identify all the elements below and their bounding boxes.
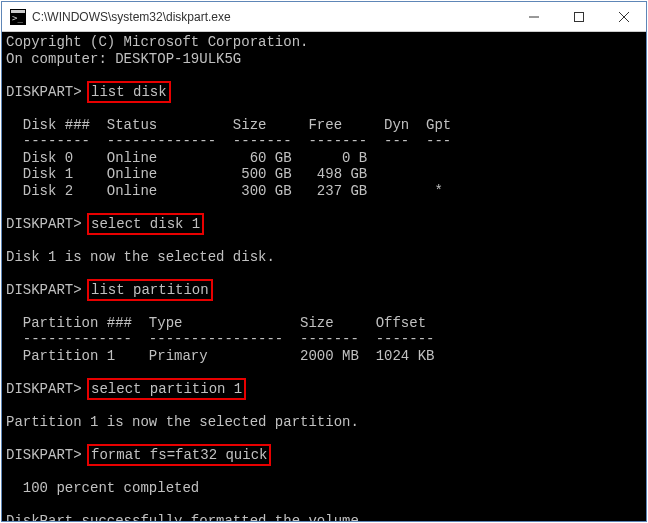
cmd-list-partition: list partition: [90, 282, 210, 299]
maximize-icon: [574, 12, 584, 22]
prompt: DISKPART>: [6, 216, 82, 232]
svg-rect-4: [574, 12, 583, 21]
svg-text:>_: >_: [12, 13, 23, 23]
terminal-output[interactable]: Copyright (C) Microsoft Corporation.On c…: [2, 32, 646, 521]
minimize-button[interactable]: [511, 2, 556, 31]
disk-table-header: Disk ### Status Size Free Dyn Gpt: [6, 117, 642, 134]
close-icon: [619, 12, 629, 22]
copyright-line: Copyright (C) Microsoft Corporation.: [6, 34, 642, 51]
prompt: DISKPART>: [6, 282, 82, 298]
close-button[interactable]: [601, 2, 646, 31]
prompt: DISKPART>: [6, 84, 82, 100]
disk-table-divider: -------- ------------- ------- ------- -…: [6, 133, 642, 150]
cmd-format: format fs=fat32 quick: [90, 447, 268, 464]
disk-row: Disk 0 Online 60 GB 0 B: [6, 150, 642, 167]
disk-row: Disk 2 Online 300 GB 237 GB *: [6, 183, 642, 200]
window-title: C:\WINDOWS\system32\diskpart.exe: [32, 10, 511, 24]
msg-partition-selected: Partition 1 is now the selected partitio…: [6, 414, 642, 431]
maximize-button[interactable]: [556, 2, 601, 31]
computer-line: On computer: DESKTOP-19ULK5G: [6, 51, 642, 68]
window-controls: [511, 2, 646, 31]
partition-table-divider: ------------- ---------------- ------- -…: [6, 331, 642, 348]
app-icon: >_: [10, 9, 26, 25]
minimize-icon: [529, 12, 539, 22]
disk-row: Disk 1 Online 500 GB 498 GB: [6, 166, 642, 183]
console-window: >_ C:\WINDOWS\system32\diskpart.exe Copy…: [1, 1, 647, 522]
progress-line: 100 percent completed: [6, 480, 642, 497]
cmd-list-disk: list disk: [90, 84, 168, 101]
partition-table-header: Partition ### Type Size Offset: [6, 315, 642, 332]
msg-disk-selected: Disk 1 is now the selected disk.: [6, 249, 642, 266]
prompt: DISKPART>: [6, 447, 82, 463]
prompt: DISKPART>: [6, 381, 82, 397]
cmd-select-disk: select disk 1: [90, 216, 201, 233]
msg-formatted: DiskPart successfully formatted the volu…: [6, 513, 642, 522]
cmd-select-partition: select partition 1: [90, 381, 243, 398]
titlebar[interactable]: >_ C:\WINDOWS\system32\diskpart.exe: [2, 2, 646, 32]
partition-row: Partition 1 Primary 2000 MB 1024 KB: [6, 348, 642, 365]
